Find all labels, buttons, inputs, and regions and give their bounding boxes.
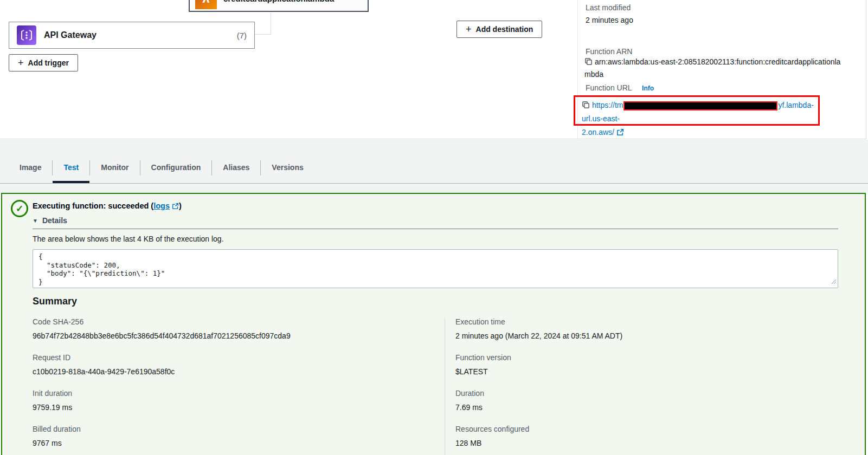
summary-title: Summary [33, 296, 77, 307]
field-value: 9759.19 ms [33, 402, 336, 413]
resize-handle[interactable] [831, 277, 837, 287]
plus-icon: + [18, 58, 24, 68]
summary-right-column: Execution time 2 minutes ago (March 22, … [455, 316, 759, 455]
field-value: 128 MB [455, 438, 759, 448]
function-overview-panel: λ creditcardapplicationlambda API Gatewa… [0, 0, 866, 139]
field-label: Billed duration [33, 424, 336, 434]
field-label: Request ID [33, 352, 336, 363]
summary-field: Duration 7.69 ms [455, 388, 759, 413]
field-value: 9767 ms [33, 438, 336, 448]
add-destination-label: Add destination [476, 25, 533, 34]
execution-log-textarea[interactable]: { "statusCode": 200, "body": "{\"predict… [33, 249, 838, 288]
trigger-count-badge: (7) [237, 31, 247, 40]
add-trigger-button[interactable]: + Add trigger [9, 54, 78, 72]
caret-down-icon: ▼ [33, 218, 38, 224]
field-label: Execution time [455, 316, 759, 327]
api-gateway-icon [17, 25, 36, 45]
add-trigger-label: Add trigger [28, 58, 69, 67]
last-modified-label: Last modified [586, 3, 631, 12]
tab-configuration[interactable]: Configuration [140, 153, 212, 183]
copy-icon[interactable] [584, 57, 593, 66]
add-destination-button[interactable]: + Add destination [456, 21, 542, 38]
field-label: Function version [455, 352, 759, 363]
node-connector-horizontal [255, 34, 271, 35]
tab-strip: Image Test Monitor Configuration Aliases… [0, 153, 868, 184]
field-value: 2 minutes ago (March 22, 2024 at 09:51 A… [455, 330, 759, 341]
summary-field: Resources configured 128 MB [455, 424, 759, 448]
execution-log-content: { "statusCode": 200, "body": "{\"predict… [33, 250, 838, 289]
details-divider [33, 229, 838, 229]
summary-field: Function version $LATEST [455, 352, 759, 377]
field-value: 7.69 ms [455, 402, 759, 413]
function-url-label: Function URL [586, 83, 632, 92]
field-label: Init duration [33, 388, 336, 399]
node-connector-vertical [271, 12, 271, 35]
function-arn-row: arn:aws:lambda:us-east-2:085182002113:fu… [584, 56, 847, 81]
field-label: Code SHA-256 [33, 316, 336, 327]
tab-test[interactable]: Test [53, 153, 89, 183]
function-url-annotation-box: https://tmyf.lambda-url.us-east- 2.on.aw… [574, 95, 820, 126]
summary-column-divider [445, 317, 445, 455]
api-gateway-label: API Gateway [44, 30, 229, 40]
external-link-icon [616, 128, 624, 136]
external-link-icon [172, 202, 179, 210]
tab-band: Image Test Monitor Configuration Aliases… [0, 140, 868, 193]
summary-field: Request ID c10b0219-818a-440a-9429-7e619… [33, 352, 336, 377]
tab-versions[interactable]: Versions [261, 153, 314, 183]
function-url-header: Function URL Info [586, 83, 654, 93]
log-description: The area below shows the last 4 KB of th… [33, 235, 224, 243]
function-arn-value: arn:aws:lambda:us-east-2:085182002113:fu… [584, 57, 840, 79]
summary-left-column: Code SHA-256 96b74f72b42848bb3e8e6bc5fc3… [33, 316, 336, 455]
lambda-icon: λ [195, 0, 217, 9]
lambda-function-node[interactable]: λ creditcardapplicationlambda [189, 0, 369, 12]
success-check-icon: ✓ [11, 200, 28, 217]
field-value: 96b74f72b42848bb3e8e6bc5fc386d54f404732d… [33, 330, 336, 341]
tab-aliases[interactable]: Aliases [212, 153, 260, 183]
logs-link[interactable]: logs [153, 202, 170, 210]
info-link[interactable]: Info [642, 84, 654, 92]
function-url-link[interactable]: https://tmyf.lambda-url.us-east- 2.on.aw… [582, 101, 814, 136]
details-label: Details [42, 216, 67, 225]
details-toggle[interactable]: ▼ Details [33, 216, 67, 225]
plus-icon: + [466, 24, 472, 34]
execution-status-text: Executing function: succeeded (logs ) [33, 202, 182, 210]
field-value: $LATEST [455, 366, 759, 377]
summary-field: Execution time 2 minutes ago (March 22, … [455, 316, 759, 341]
field-label: Resources configured [455, 424, 759, 434]
tab-monitor[interactable]: Monitor [90, 153, 139, 183]
field-value: c10b0219-818a-440a-9429-7e6190a58f0c [33, 366, 336, 377]
summary-field: Init duration 9759.19 ms [33, 388, 336, 413]
last-modified-value: 2 minutes ago [586, 15, 633, 25]
tab-strip-spacer [0, 153, 9, 183]
redaction-bar [623, 101, 777, 110]
execution-result-panel: ✓ Executing function: succeeded (logs ) … [1, 193, 866, 455]
lambda-node-label: creditcardapplicationlambda [223, 0, 334, 3]
api-gateway-trigger-card[interactable]: API Gateway (7) [9, 22, 255, 49]
function-arn-label: Function ARN [586, 47, 632, 56]
summary-field: Billed duration 9767 ms [33, 424, 336, 448]
field-label: Duration [455, 388, 759, 399]
tab-image[interactable]: Image [9, 153, 52, 183]
copy-icon[interactable] [582, 101, 590, 109]
summary-field: Code SHA-256 96b74f72b42848bb3e8e6bc5fc3… [33, 316, 336, 341]
